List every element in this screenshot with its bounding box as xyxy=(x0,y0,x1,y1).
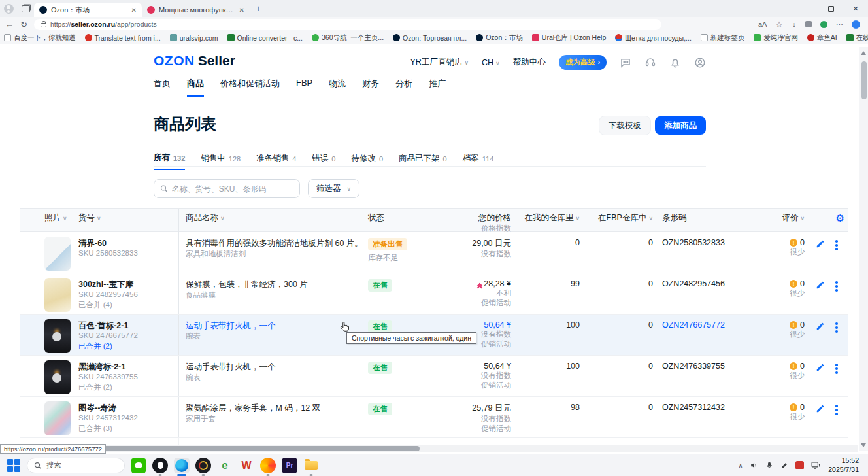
edit-pencil-icon[interactable] xyxy=(816,363,825,396)
product-image[interactable] xyxy=(44,278,71,312)
nav-item-logistics[interactable]: 物流 xyxy=(329,78,346,97)
nav-item-products[interactable]: 商品 xyxy=(187,78,204,97)
bookmark[interactable]: Translate text from i... xyxy=(85,34,161,42)
nav-item-promotion[interactable]: 推广 xyxy=(429,78,446,97)
workspaces-icon[interactable] xyxy=(17,1,34,16)
start-button[interactable] xyxy=(7,458,21,473)
column-article[interactable]: 货号∨ xyxy=(78,209,178,233)
tray-hidden-icons-chevron[interactable]: ∧ xyxy=(739,462,743,469)
taskbar-player-icon[interactable] xyxy=(195,458,211,473)
tab-unlisted[interactable]: 商品已下架0 xyxy=(399,152,447,170)
promo-label[interactable]: 促销活动 xyxy=(459,381,511,390)
edit-pencil-icon[interactable] xyxy=(816,322,825,355)
tab-close-icon[interactable]: ✕ xyxy=(239,7,244,14)
download-template-button[interactable]: 下载模板 xyxy=(599,116,650,135)
tab-errors[interactable]: 错误0 xyxy=(312,152,335,170)
vertical-scrollbar[interactable] xyxy=(859,47,868,451)
help-center-link[interactable]: 帮助中心 xyxy=(513,57,546,68)
account-icon[interactable] xyxy=(694,57,706,69)
bookmark[interactable]: 章鱼AI xyxy=(807,33,837,42)
row-menu-icon[interactable] xyxy=(835,280,838,314)
product-image[interactable] xyxy=(44,401,71,435)
taskbar-firefox-icon[interactable] xyxy=(260,458,276,473)
bookmark[interactable]: 360导航_一个主页... xyxy=(312,33,384,42)
product-image[interactable] xyxy=(44,360,71,394)
table-row[interactable]: 图岑--寿涛SKU 2457312432已合并 (3) 聚氨酯涂层，家务手套，M… xyxy=(20,397,848,438)
bookmark[interactable]: 新建标签页 xyxy=(701,33,745,42)
table-row[interactable]: 300zhi--宝下摩SKU 2482957456已合并 (4) 保鲜膜，包装，… xyxy=(20,273,848,314)
bookmark[interactable]: uralsvip.com xyxy=(170,34,218,42)
window-minimize-button[interactable] xyxy=(793,0,818,17)
notifications-bell-icon[interactable] xyxy=(669,57,681,69)
nav-item-finance[interactable]: 财务 xyxy=(362,78,379,97)
column-my-warehouse[interactable]: 在我的仓库里∨ xyxy=(515,209,584,233)
tray-pen-icon[interactable] xyxy=(780,462,788,469)
browser-avatar[interactable] xyxy=(852,20,860,29)
price-link[interactable]: 50,64 ¥ xyxy=(459,320,511,330)
window-close-button[interactable]: ✕ xyxy=(843,0,868,17)
product-name[interactable]: 聚氨酯涂层，家务手套，M 码，12 双 xyxy=(186,403,364,414)
search-input[interactable] xyxy=(172,184,293,194)
bookmark[interactable]: Ozon: Торговая пл... xyxy=(393,34,467,42)
bookmark[interactable]: 百度一下，你就知道 xyxy=(4,33,76,42)
browser-profile-icon[interactable] xyxy=(0,1,17,16)
horizontal-scrollbar[interactable] xyxy=(0,445,858,452)
site-info-lock-icon[interactable] xyxy=(41,23,46,27)
tab-selling[interactable]: 销售中128 xyxy=(201,152,241,170)
row-menu-icon[interactable] xyxy=(835,363,838,396)
translate-icon[interactable]: аА xyxy=(758,20,767,28)
edit-pencil-icon[interactable] xyxy=(816,404,825,437)
taskbar-premiere-icon[interactable]: Pr xyxy=(282,458,297,473)
edit-pencil-icon[interactable] xyxy=(816,239,825,273)
nav-item-analytics[interactable]: 分析 xyxy=(395,78,412,97)
taskbar-eclipse-icon[interactable]: e xyxy=(217,458,233,473)
language-selector[interactable]: CH∨ xyxy=(482,58,500,67)
tab-to-fix[interactable]: 待修改0 xyxy=(351,152,383,170)
favorites-star-icon[interactable]: ☆ xyxy=(775,20,783,29)
taskbar-qq-icon[interactable] xyxy=(152,458,168,473)
taskbar-search[interactable]: 搜索 xyxy=(27,458,125,473)
table-row[interactable]: 清界-60SKU 2580532833 具有消毒作用的强效多功能清洁地板片剂 6… xyxy=(20,232,848,273)
edit-pencil-icon[interactable] xyxy=(816,280,825,314)
product-name[interactable]: 运动手表带打火机，一个 xyxy=(186,362,364,373)
table-settings-gear-icon[interactable]: ⚙ xyxy=(809,209,848,233)
bookmark[interactable]: Online converter - c... xyxy=(227,34,303,42)
promo-label[interactable]: 促销活动 xyxy=(459,424,511,434)
browser-tab-active[interactable]: Ozon：市场 ✕ xyxy=(34,3,142,17)
row-menu-icon[interactable] xyxy=(835,322,838,355)
ozon-seller-logo[interactable]: OZONSeller xyxy=(154,53,235,69)
tab-ready[interactable]: 准备销售4 xyxy=(256,152,296,170)
taskbar-wechat-icon[interactable] xyxy=(131,458,146,473)
tray-speaker-icon[interactable] xyxy=(750,461,758,469)
bookmark[interactable]: 在线转换器 - 免费... xyxy=(846,33,868,42)
promo-label[interactable]: 促销活动 xyxy=(459,298,511,308)
nav-item-fbp[interactable]: FBP xyxy=(296,78,312,97)
taskbar-clock[interactable]: 15:52 2025/7/31 xyxy=(828,456,861,473)
taskbar-explorer-icon[interactable] xyxy=(303,458,319,473)
back-icon[interactable]: ← xyxy=(5,20,14,29)
tab-all[interactable]: 所有132 xyxy=(154,152,185,170)
product-name[interactable]: 具有消毒作用的强效多功能清洁地板片剂 60 片。 xyxy=(186,238,364,249)
taskbar-edge-icon[interactable] xyxy=(174,458,190,473)
tray-security-app-icon[interactable] xyxy=(795,461,804,469)
url-field[interactable]: https://seller.ozon.ru/app/products xyxy=(34,19,661,30)
merged-label[interactable]: 已合并 (2) xyxy=(78,382,175,392)
bookmark[interactable]: Ozon：市场 xyxy=(476,33,523,42)
extension-adblock-icon[interactable] xyxy=(820,21,827,28)
row-menu-icon[interactable] xyxy=(835,404,838,437)
row-menu-icon[interactable] xyxy=(835,239,838,273)
product-image[interactable] xyxy=(44,237,71,271)
table-row[interactable]: 黑濑湾标-2-1SKU 2476339755已合并 (2) 运动手表带打火机，一… xyxy=(20,356,848,397)
scroll-up-arrow[interactable] xyxy=(861,51,866,55)
bookmark[interactable]: 爱纯净官网 xyxy=(754,33,798,42)
scroll-down-arrow[interactable] xyxy=(861,443,866,447)
downloads-icon[interactable]: ↓ xyxy=(792,22,797,27)
merged-label[interactable]: 已合并 (3) xyxy=(78,424,175,434)
bookmark[interactable]: Щетка для посуды,... xyxy=(615,34,692,42)
column-name[interactable]: 商品名称∨ xyxy=(178,209,368,233)
add-product-button[interactable]: 添加商品 xyxy=(655,116,706,135)
tab-close-icon[interactable]: ✕ xyxy=(131,7,137,14)
filters-button[interactable]: 筛选器∨ xyxy=(308,179,359,198)
column-rating[interactable]: 评价∨ xyxy=(765,209,809,233)
more-menu-icon[interactable]: ⋯ xyxy=(836,20,843,29)
